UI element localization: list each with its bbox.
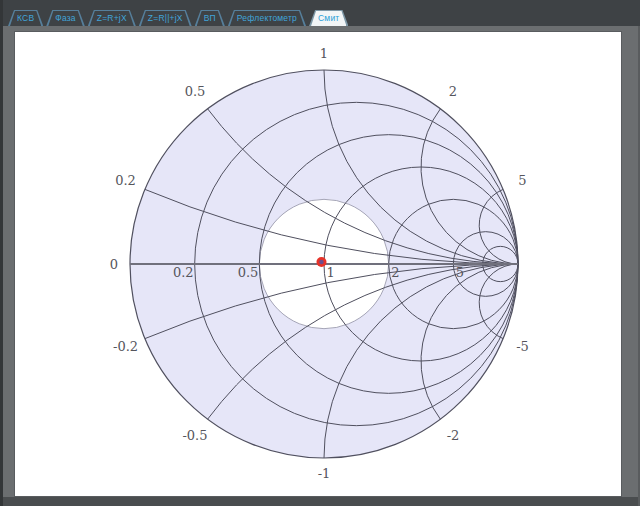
reactance-label: -0.5 (182, 428, 207, 443)
reactance-label: -2 (447, 428, 460, 443)
reactance-label: 0.2 (115, 173, 136, 188)
resistance-label: 0.5 (238, 265, 259, 280)
tab-label: Z=R+jX (90, 11, 134, 26)
window-left-edge (0, 0, 3, 506)
reactance-label: -1 (318, 466, 331, 481)
tab-bar: КСВФазаZ=R+jXZ=R||+jXВПРефлектометрСмит (0, 0, 640, 26)
reactance-label: 1 (320, 46, 328, 61)
tab-label: КСВ (10, 11, 41, 26)
reactance-label: -0.2 (113, 339, 138, 354)
reactance-label: 2 (449, 84, 457, 99)
window-bottom-edge (3, 497, 640, 506)
reactance-label: -5 (516, 339, 529, 354)
resistance-label: 0.2 (173, 265, 194, 280)
resistance-label: 0 (110, 257, 118, 272)
resistance-label: 5 (456, 265, 464, 280)
tab-label: Смит (311, 11, 346, 26)
tab-ksv[interactable]: КСВ (8, 10, 43, 26)
tab-reflectometer[interactable]: Рефлектометр (228, 10, 306, 26)
tab-label: Рефлектометр (230, 11, 304, 26)
tab-label: Z=R||+jX (141, 11, 190, 26)
tab-label: ВП (197, 11, 223, 26)
resistance-label: 1 (327, 265, 335, 280)
reactance-label: 0.5 (185, 84, 206, 99)
chart-panel: 00.20.51250.20.5125-0.2-0.5-1-2-5 (14, 31, 622, 497)
tab-smith[interactable]: Смит (309, 10, 348, 26)
tab-z-parallel[interactable]: Z=R||+jX (139, 10, 192, 26)
tab-faza[interactable]: Фаза (46, 10, 85, 26)
tab-vp[interactable]: ВП (195, 10, 225, 26)
app-window: КСВФазаZ=R+jXZ=R||+jXВПРефлектометрСмит … (0, 0, 640, 506)
reactance-label: 5 (518, 173, 526, 188)
impedance-marker-core (319, 260, 323, 264)
smith-chart: 00.20.51250.20.5125-0.2-0.5-1-2-5 (15, 32, 621, 496)
resistance-label: 2 (391, 265, 399, 280)
tab-z-series[interactable]: Z=R+jX (88, 10, 136, 26)
tab-label: Фаза (48, 11, 83, 26)
